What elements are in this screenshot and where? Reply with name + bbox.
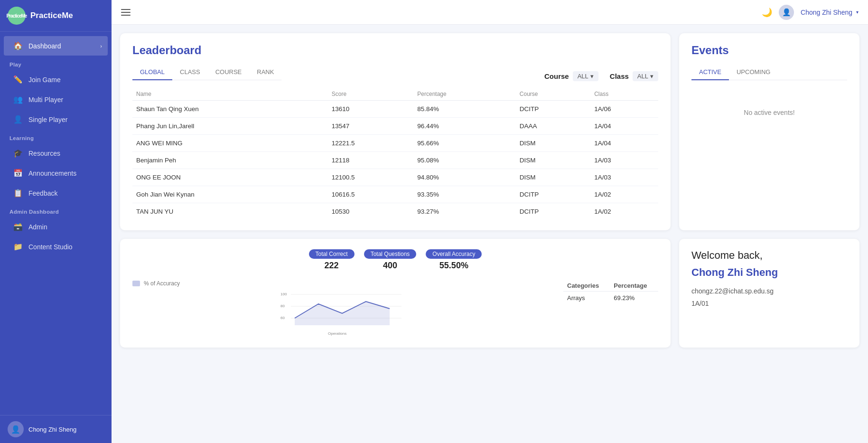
sidebar-item-label: Resources: [28, 150, 60, 157]
stat-value-total-correct: 222: [325, 261, 339, 271]
cell-course: DISM: [516, 135, 590, 152]
cell-class: 1A/02: [590, 203, 658, 220]
cell-score: 12100.5: [328, 169, 414, 186]
sidebar-item-multi-player[interactable]: 👥 Multi Player: [4, 90, 108, 109]
dark-mode-icon[interactable]: 🌙: [762, 7, 772, 18]
filter-course-group: Course ALL ▾: [544, 71, 598, 81]
tab-active-events[interactable]: ACTIVE: [691, 65, 729, 80]
tab-global[interactable]: GLOBAL: [132, 65, 172, 80]
sidebar-item-join-game[interactable]: ✏️ Join Game: [4, 70, 108, 89]
accuracy-chart: 100 80 60 Operations: [132, 290, 552, 337]
stat-label-overall-accuracy: Overall Accuracy: [426, 249, 482, 259]
main-content: Leaderboard GLOBAL CLASS COURSE RANK Cou…: [112, 25, 868, 443]
hamburger-icon[interactable]: [121, 9, 131, 16]
leaderboard-tabs: GLOBAL CLASS COURSE RANK: [132, 65, 281, 80]
sidebar-avatar: 👤: [8, 421, 24, 437]
sidebar-item-label: Feedback: [28, 189, 57, 197]
stat-label-total-correct: Total Correct: [309, 249, 355, 259]
chevron-down-icon: ▾: [590, 73, 594, 80]
cell-score: 12118: [328, 152, 414, 169]
col-course: Course: [516, 88, 590, 101]
welcome-greeting: Welcome back,: [691, 249, 847, 262]
categories-table: Categories Percentage Arrays 69.23%: [563, 280, 658, 304]
stat-total-correct: Total Correct 222: [309, 249, 355, 271]
filter-course-button[interactable]: ALL ▾: [573, 71, 598, 81]
cell-percentage: 93.35%: [413, 186, 516, 203]
stats-card: Total Correct 222 Total Questions 400 Ov…: [120, 239, 671, 348]
cell-name: ANG WEI MING: [132, 135, 328, 152]
chart-left: % of Accuracy 100 80 60 Operations: [132, 280, 552, 337]
joingame-icon: ✏️: [13, 75, 23, 84]
leaderboard-card: Leaderboard GLOBAL CLASS COURSE RANK Cou…: [120, 33, 671, 230]
sidebar-item-resources[interactable]: 🎓 Resources: [4, 143, 108, 163]
sidebar-item-feedback[interactable]: 📋 Feedback: [4, 183, 108, 203]
sidebar-section-learning: Learning: [0, 130, 112, 143]
table-row: Shaun Tan Qing Xuen1361085.84%DCITP1A/06: [132, 101, 658, 118]
leaderboard-filters: Course ALL ▾ Class ALL ▾: [544, 71, 658, 81]
chart-legend: % of Accuracy: [132, 280, 552, 287]
cell-score: 13547: [328, 118, 414, 135]
table-row: TAN JUN YU1053093.27%DCITP1A/02: [132, 203, 658, 220]
events-tabs: ACTIVE UPCOMING: [691, 65, 847, 80]
filter-class-group: Class ALL ▾: [610, 71, 658, 81]
chevron-down-icon: ▾: [650, 73, 653, 80]
cat-percentage: 69.23%: [610, 292, 658, 305]
cell-percentage: 95.66%: [413, 135, 516, 152]
content-studio-icon: 📁: [13, 242, 23, 251]
tab-class[interactable]: CLASS: [172, 65, 208, 80]
stat-overall-accuracy: Overall Accuracy 55.50%: [426, 249, 482, 271]
tab-rank[interactable]: RANK: [249, 65, 281, 80]
sidebar-item-content-studio[interactable]: 📁 Content Studio: [4, 237, 108, 256]
cell-score: 13610: [328, 101, 414, 118]
sidebar-item-dashboard[interactable]: 🏠 Dashboard ›: [4, 36, 108, 56]
col-percentage: Percentage: [413, 88, 516, 101]
sidebar-user: 👤 Chong Zhi Sheng: [0, 415, 112, 443]
home-icon: 🏠: [13, 41, 23, 50]
cell-name: ONG EE JOON: [132, 169, 328, 186]
topbar: 🌙 👤 Chong Zhi Sheng ▾: [112, 0, 868, 25]
sidebar-item-label: Multi Player: [28, 96, 63, 104]
stat-label-total-questions: Total Questions: [364, 249, 417, 259]
cell-course: DAAA: [516, 118, 590, 135]
tab-course[interactable]: COURSE: [208, 65, 250, 80]
topbar-user[interactable]: Chong Zhi Sheng ▾: [801, 9, 859, 16]
svg-text:80: 80: [280, 304, 285, 308]
topbar-username: Chong Zhi Sheng: [801, 9, 852, 16]
welcome-name: Chong Zhi Sheng: [691, 266, 847, 279]
cell-percentage: 96.44%: [413, 118, 516, 135]
sidebar-item-announcements[interactable]: 📅 Announcements: [4, 163, 108, 183]
admin-icon: 🗃️: [13, 222, 23, 231]
filter-class-label: Class: [610, 72, 629, 80]
col-percentage: Percentage: [610, 280, 658, 292]
sidebar-logo: PracticeMe PracticeMe: [0, 0, 112, 32]
cell-course: DISM: [516, 152, 590, 169]
table-row: ANG WEI MING12221.595.66%DISM1A/04: [132, 135, 658, 152]
sidebar-user-name: Chong Zhi Sheng: [28, 426, 76, 433]
cell-course: DISM: [516, 169, 590, 186]
sidebar-item-label: Admin: [28, 223, 47, 231]
cat-row: Arrays 69.23%: [563, 292, 658, 305]
cell-class: 1A/04: [590, 135, 658, 152]
cell-class: 1A/03: [590, 169, 658, 186]
cell-name: Shaun Tan Qing Xuen: [132, 101, 328, 118]
app-name: PracticeMe: [30, 11, 73, 20]
sidebar-item-single-player[interactable]: 👤 Single Player: [4, 110, 108, 129]
topbar-right: 🌙 👤 Chong Zhi Sheng ▾: [762, 5, 859, 20]
events-card: Events ACTIVE UPCOMING No active events!: [679, 33, 859, 230]
cell-name: Benjamin Peh: [132, 152, 328, 169]
svg-marker-7: [295, 302, 390, 325]
sidebar-item-admin[interactable]: 🗃️ Admin: [4, 217, 108, 236]
col-score: Score: [328, 88, 414, 101]
sidebar: PracticeMe PracticeMe 🏠 Dashboard › Play…: [0, 0, 112, 443]
tab-upcoming-events[interactable]: UPCOMING: [729, 65, 778, 80]
feedback-icon: 📋: [13, 189, 23, 198]
filter-class-button[interactable]: ALL ▾: [633, 71, 658, 81]
sidebar-nav: 🏠 Dashboard › Play ✏️ Join Game 👥 Multi …: [0, 32, 112, 415]
filter-course-label: Course: [544, 72, 569, 80]
cell-name: TAN JUN YU: [132, 203, 328, 220]
sidebar-section-admin: Admin Dashboard: [0, 203, 112, 217]
table-row: ONG EE JOON12100.594.80%DISM1A/03: [132, 169, 658, 186]
welcome-email: chongz.22@ichat.sp.edu.sg: [691, 287, 847, 295]
sidebar-item-label: Single Player: [28, 116, 68, 123]
events-title: Events: [691, 44, 847, 57]
